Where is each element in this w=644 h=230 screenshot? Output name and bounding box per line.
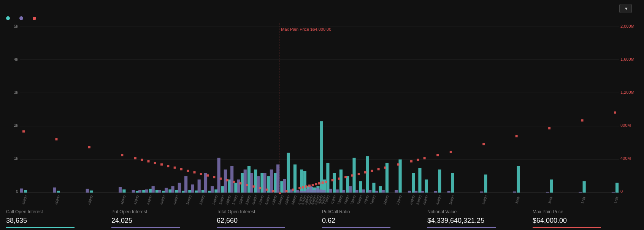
svg-rect-104 (408, 191, 411, 193)
puts-indicator (19, 16, 23, 20)
svg-rect-136 (187, 170, 189, 172)
svg-rect-18 (138, 190, 141, 193)
svg-rect-141 (220, 178, 222, 180)
svg-rect-85 (333, 173, 336, 193)
svg-rect-47 (234, 183, 237, 193)
svg-rect-88 (342, 190, 345, 193)
y-label-3k: 3k (6, 90, 20, 95)
y-label-2k: 2k (6, 123, 20, 128)
y-label-0: 0 (6, 189, 20, 194)
svg-rect-174 (424, 157, 426, 159)
svg-rect-160 (322, 181, 324, 184)
svg-text:86000: 86000 (422, 195, 429, 205)
svg-rect-167 (364, 171, 366, 173)
header: ▾ (6, 4, 638, 13)
svg-rect-39 (208, 191, 211, 193)
svg-rect-10 (53, 187, 56, 193)
svg-rect-119 (550, 180, 553, 193)
svg-rect-163 (338, 178, 340, 180)
svg-rect-93 (359, 181, 362, 193)
stat-item-5: Max Pain Price$64,000.00 (533, 209, 638, 228)
svg-text:82000: 82000 (396, 195, 403, 205)
svg-rect-67 (300, 170, 303, 193)
svg-rect-74 (309, 186, 312, 193)
svg-rect-139 (206, 174, 209, 176)
svg-rect-110 (434, 191, 437, 193)
svg-text:72000: 72000 (330, 195, 337, 205)
svg-rect-175 (436, 154, 439, 156)
svg-rect-59 (274, 173, 277, 193)
svg-rect-69 (303, 171, 306, 193)
svg-text:63000: 63000 (271, 195, 278, 205)
svg-rect-146 (252, 185, 255, 187)
svg-rect-84 (329, 189, 332, 193)
y-right-800m: 800M (619, 123, 638, 128)
svg-text:90000: 90000 (449, 195, 455, 205)
svg-rect-34 (191, 184, 194, 193)
svg-text:80000: 80000 (383, 195, 390, 205)
stat-value-4: $4,339,640,321.25 (427, 217, 529, 225)
svg-rect-108 (421, 191, 424, 193)
svg-text:76000: 76000 (357, 195, 363, 205)
svg-rect-61 (280, 181, 283, 193)
svg-text:52000: 52000 (199, 195, 206, 205)
svg-rect-144 (240, 182, 242, 184)
y-axis-right: 2,000M 1,600M 1,200M 800M 400M 0 (619, 22, 638, 205)
date-selector[interactable]: ▾ (619, 4, 632, 13)
svg-rect-111 (438, 170, 441, 193)
calls-indicator (6, 16, 10, 20)
svg-rect-82 (322, 190, 325, 193)
svg-rect-157 (312, 184, 314, 186)
svg-text:105k: 105k (547, 196, 554, 204)
svg-rect-170 (384, 167, 386, 169)
svg-rect-23 (155, 190, 159, 193)
y-right-2000m: 2,000M (619, 24, 638, 28)
svg-rect-109 (425, 180, 428, 193)
svg-text:48000: 48000 (172, 195, 179, 205)
svg-rect-13 (90, 191, 93, 193)
svg-text:56000: 56000 (225, 195, 232, 205)
svg-rect-177 (482, 143, 485, 145)
svg-rect-113 (451, 173, 454, 193)
svg-rect-9 (24, 190, 27, 193)
svg-rect-135 (180, 168, 182, 170)
svg-text:59000: 59000 (245, 195, 252, 205)
svg-rect-156 (308, 184, 311, 187)
svg-rect-105 (412, 173, 415, 193)
svg-rect-50 (244, 170, 247, 193)
svg-rect-22 (152, 186, 155, 193)
svg-text:73000: 73000 (337, 195, 344, 205)
svg-rect-155 (305, 185, 307, 187)
svg-rect-16 (132, 190, 135, 193)
svg-rect-36 (198, 180, 201, 193)
svg-rect-143 (233, 181, 235, 183)
svg-rect-96 (368, 190, 371, 193)
svg-rect-97 (372, 183, 375, 193)
svg-text:115k: 115k (613, 196, 619, 204)
stat-item-3: Put/Call Ratio0.62 (322, 209, 427, 228)
svg-rect-14 (119, 187, 122, 193)
svg-rect-180 (581, 119, 584, 121)
stat-item-1: Put Open Interest24,025 (111, 209, 217, 228)
svg-rect-60 (276, 164, 279, 193)
svg-rect-114 (480, 191, 483, 193)
svg-text:110k: 110k (580, 196, 586, 204)
svg-rect-87 (339, 170, 343, 193)
y-label-5k: 5k (6, 24, 20, 28)
svg-rect-128 (134, 157, 136, 159)
svg-rect-51 (247, 166, 251, 193)
intrinsic-indicator (33, 17, 36, 20)
stat-label-5: Max Pain Price (533, 209, 634, 214)
svg-rect-169 (378, 168, 380, 170)
svg-rect-134 (174, 167, 176, 169)
svg-rect-29 (175, 190, 178, 193)
svg-rect-126 (88, 146, 90, 148)
svg-rect-154 (302, 186, 304, 188)
y-label-4k: 4k (6, 57, 20, 61)
svg-rect-55 (260, 173, 263, 193)
svg-rect-181 (614, 112, 616, 114)
svg-rect-102 (395, 190, 398, 193)
svg-rect-115 (484, 175, 487, 193)
stat-item-2: Total Open Interest62,660 (217, 209, 322, 228)
svg-rect-106 (414, 191, 417, 193)
